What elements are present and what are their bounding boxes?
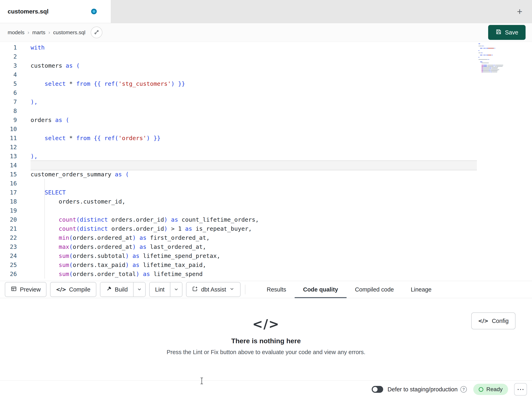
- code-line[interactable]: 13),: [0, 152, 532, 161]
- code-line[interactable]: 14: [0, 161, 532, 170]
- code-line[interactable]: 19: [0, 206, 532, 215]
- code-quality-panel: </> Config </> There is nothing here Pre…: [0, 298, 532, 380]
- line-number[interactable]: 17: [0, 188, 17, 197]
- code-line-text: sum(orders.tax_paid) as lifetime_tax_pai…: [31, 261, 477, 270]
- code-line-text: orders as (: [31, 116, 477, 125]
- tab-results[interactable]: Results: [258, 281, 295, 298]
- line-number[interactable]: 15: [0, 170, 17, 179]
- line-number[interactable]: 12: [0, 143, 17, 152]
- code-line[interactable]: 21 count(distinct orders.order_id) > 1 a…: [0, 224, 532, 233]
- help-icon[interactable]: ?: [460, 386, 467, 392]
- line-number[interactable]: 13: [0, 152, 17, 161]
- code-line-text: orders.customer_id,: [31, 197, 477, 206]
- code-line[interactable]: 7),: [0, 98, 532, 106]
- lint-button[interactable]: Lint: [150, 282, 170, 297]
- code-line[interactable]: 8: [0, 106, 532, 116]
- ready-status-badge[interactable]: Ready: [473, 384, 508, 395]
- breadcrumb-models[interactable]: models: [8, 29, 25, 36]
- code-line[interactable]: 16: [0, 179, 532, 188]
- code-line[interactable]: 23 max(orders.ordered_at) as last_ordere…: [0, 242, 532, 251]
- code-line[interactable]: 5 select * from {{ ref('stg_customers') …: [0, 79, 532, 88]
- code-line[interactable]: 17 SELECT: [0, 188, 532, 197]
- defer-toggle[interactable]: [372, 386, 383, 393]
- code-line-text: ),: [31, 98, 477, 106]
- code-line[interactable]: 26 sum(orders.order_total) as lifetime_s…: [0, 270, 532, 279]
- lint-button-group: Lint: [149, 282, 183, 297]
- compile-button[interactable]: </> Compile: [50, 282, 96, 297]
- line-number[interactable]: 9: [0, 116, 17, 125]
- code-line[interactable]: 9orders as (: [0, 116, 532, 125]
- preview-button[interactable]: Preview: [5, 282, 46, 297]
- code-line-text: [31, 143, 477, 152]
- code-line-text: customers as (: [31, 61, 477, 70]
- line-number[interactable]: 19: [0, 206, 17, 215]
- code-line[interactable]: 12: [0, 143, 532, 152]
- minimap-line: [479, 62, 507, 62]
- minimap-line: [479, 57, 507, 58]
- line-number[interactable]: 7: [0, 98, 17, 106]
- tab-code-quality[interactable]: Code quality: [295, 281, 347, 298]
- code-line-text: select * from {{ ref('orders') }}: [31, 134, 477, 143]
- code-line[interactable]: 2: [0, 52, 532, 61]
- line-number[interactable]: 6: [0, 88, 17, 98]
- line-number[interactable]: 20: [0, 215, 17, 224]
- line-number[interactable]: 16: [0, 179, 17, 188]
- tab-customers-sql[interactable]: customers.sql: [0, 0, 111, 23]
- dbt-assist-button[interactable]: dbt Assist: [186, 282, 241, 297]
- new-tab-button[interactable]: +: [517, 7, 522, 16]
- line-number[interactable]: 14: [0, 161, 17, 170]
- code-line[interactable]: 20 count(distinct orders.order_id) as co…: [0, 215, 532, 224]
- code-line-text: customer_orders_summary as (: [31, 170, 477, 179]
- tab-bar-spacer: +: [111, 0, 532, 23]
- lint-dropdown-button[interactable]: [170, 282, 182, 297]
- code-editor[interactable]: 1with23customers as (45 select * from {{…: [0, 42, 532, 281]
- line-number[interactable]: 3: [0, 61, 17, 70]
- minimap-line: [479, 71, 507, 71]
- code-line[interactable]: 22 min(orders.ordered_at) as first_order…: [0, 233, 532, 242]
- line-number[interactable]: 26: [0, 270, 17, 279]
- line-number[interactable]: 8: [0, 106, 17, 116]
- code-icon: </>: [56, 287, 66, 293]
- code-line[interactable]: 10: [0, 125, 532, 134]
- line-number[interactable]: 10: [0, 125, 17, 134]
- tab-compiled-code[interactable]: Compiled code: [347, 281, 402, 298]
- line-number[interactable]: 24: [0, 251, 17, 261]
- code-line[interactable]: 3customers as (: [0, 61, 532, 70]
- code-line-text: SELECT: [31, 188, 477, 197]
- build-dropdown-button[interactable]: [133, 282, 145, 297]
- minimap[interactable]: [479, 44, 507, 73]
- minimap-line: [479, 44, 507, 44]
- build-button[interactable]: Build: [100, 282, 133, 297]
- line-number[interactable]: 25: [0, 261, 17, 270]
- minimap-line: [479, 67, 507, 68]
- unsaved-indicator-dot: [91, 9, 97, 14]
- code-line[interactable]: 4: [0, 70, 532, 79]
- line-number[interactable]: 2: [0, 52, 17, 61]
- code-line[interactable]: 11 select * from {{ ref('orders') }}: [0, 134, 532, 143]
- code-line[interactable]: 24 sum(orders.subtotal) as lifetime_spen…: [0, 251, 532, 261]
- code-line[interactable]: 15customer_orders_summary as (: [0, 170, 532, 179]
- more-options-button[interactable]: ⋯: [514, 383, 527, 396]
- line-number[interactable]: 22: [0, 233, 17, 242]
- ready-label: Ready: [486, 386, 503, 392]
- code-line[interactable]: 18 orders.customer_id,: [0, 197, 532, 206]
- code-line[interactable]: 25 sum(orders.tax_paid) as lifetime_tax_…: [0, 261, 532, 270]
- save-icon: [495, 29, 502, 36]
- minimap-line: [479, 50, 507, 51]
- line-number[interactable]: 4: [0, 70, 17, 79]
- code-line-text: [31, 206, 477, 215]
- minimap-line: [479, 56, 507, 57]
- line-number[interactable]: 21: [0, 224, 17, 233]
- tab-lineage[interactable]: Lineage: [402, 281, 440, 298]
- breadcrumb-marts[interactable]: marts: [32, 29, 45, 36]
- file-actions-button[interactable]: [91, 26, 102, 38]
- code-line[interactable]: 6: [0, 88, 532, 98]
- line-number[interactable]: 5: [0, 79, 17, 88]
- code-line-text: select * from {{ ref('stg_customers') }}: [31, 79, 477, 88]
- code-line[interactable]: 1with: [0, 43, 532, 52]
- save-button[interactable]: Save: [488, 25, 526, 40]
- line-number[interactable]: 1: [0, 43, 17, 52]
- line-number[interactable]: 18: [0, 197, 17, 206]
- line-number[interactable]: 23: [0, 242, 17, 251]
- line-number[interactable]: 11: [0, 134, 17, 143]
